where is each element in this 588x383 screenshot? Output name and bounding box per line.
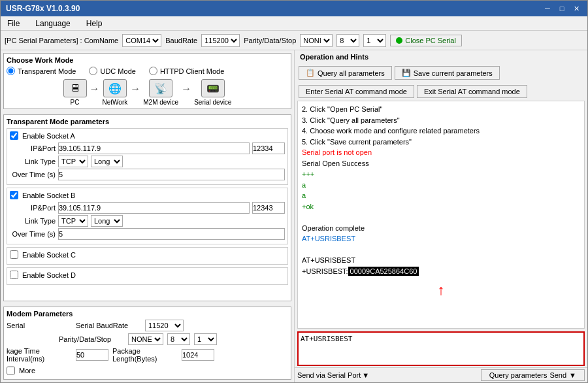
serial-device-icon: 📟 [201, 79, 225, 97]
socket-b-ip-input[interactable] [58, 202, 250, 214]
socket-b-link-label: Link Type [10, 217, 56, 225]
send-chevron-icon: ▼ [569, 371, 576, 379]
modem-parity-select[interactable]: NONE [128, 333, 163, 345]
m2m-icon: 📡 [149, 79, 172, 97]
socket-b-link-mode-select[interactable]: LongShort [91, 215, 123, 227]
send-via-dropdown[interactable]: Send via Serial Port ▼ [297, 371, 369, 379]
save-icon: 💾 [402, 69, 411, 77]
modem-pkg-interval-input[interactable] [76, 349, 108, 361]
network-icon-item: 🌐 NetWork [103, 79, 128, 106]
transparent-mode-radio[interactable]: Transparent Mode [7, 67, 76, 75]
toolbar-label: [PC Serial Parameters] : ComName [5, 37, 118, 44]
close-button[interactable]: ✕ [570, 3, 582, 14]
httpd-mode-radio[interactable]: HTTPD Client Mode [149, 67, 224, 75]
socket-d-enable-checkbox[interactable] [10, 271, 18, 279]
close-serial-button[interactable]: Close PC Serial [390, 35, 462, 46]
parity-select[interactable]: NONI [300, 34, 333, 47]
socket-b-enable-checkbox[interactable] [10, 191, 18, 199]
params-title: Transparent Mode parameters [7, 118, 288, 125]
cmd-footer: Send via Serial Port ▼ Query parameters … [295, 367, 587, 382]
query-parameters-label: Query parameters [489, 371, 547, 379]
log-line-serial-error: Serial port is not open [302, 147, 580, 158]
data-bits-select[interactable]: 8 [336, 34, 359, 47]
usrisbest-value: 00009CA525864C60 [348, 267, 419, 276]
menu-file[interactable]: File [3, 18, 24, 29]
modem-baud-label: Serial BaudRate [76, 322, 141, 329]
window-title: USR-G78x V1.0.3.90 [6, 4, 80, 13]
arrow-2: → [130, 83, 140, 95]
right-panel: Operation and Hints 📋 Query all paramete… [295, 50, 587, 382]
maximize-button[interactable]: □ [556, 3, 568, 14]
mode-icons-row: 🖥 PC → 🌐 NetWork → 📡 M2M device → [7, 79, 288, 106]
modem-baud-select[interactable]: 11520 115200 [145, 320, 184, 331]
menu-language[interactable]: Language [31, 18, 74, 29]
socket-c-enable-checkbox[interactable] [10, 250, 18, 259]
pc-icon: 🖥 [63, 79, 87, 97]
toolbar: [PC Serial Parameters] : ComName COM14 B… [1, 31, 587, 50]
socket-a-link-type-select[interactable]: TCPUDP [58, 156, 88, 167]
socket-a-enable-checkbox[interactable] [10, 131, 18, 140]
arrow-1: → [90, 83, 100, 95]
log-line-ok: +ok [302, 201, 580, 212]
enter-at-button[interactable]: Enter Serial AT command mode [299, 85, 414, 98]
save-current-button[interactable]: 💾 Save current parameters [395, 66, 500, 80]
socket-a-link-label: Link Type [10, 158, 56, 165]
operation-buttons: 📋 Query all parameters 💾 Save current pa… [295, 63, 587, 82]
red-arrow-icon: ↑ [438, 282, 445, 298]
socket-a-link-mode-select[interactable]: LongShort [91, 156, 123, 167]
log-line-serial-success: Serial Open Success [302, 158, 580, 169]
more-checkbox[interactable] [7, 365, 15, 376]
stop-bits-select[interactable]: 1 [363, 34, 386, 47]
send-button[interactable]: Query parameters Send ▼ [481, 369, 585, 381]
network-icon: 🌐 [103, 79, 127, 97]
baud-rate-select[interactable]: 115200 [201, 34, 240, 47]
log-line-4: 5. Click "Save current parameters" [302, 137, 580, 148]
socket-a-ip-input[interactable] [58, 142, 250, 154]
socket-d-group: Enable Socket D [7, 267, 288, 285]
socket-a-overtime-input[interactable] [58, 169, 285, 180]
log-line-1: 2. Click "Open PC Serial" [302, 104, 580, 115]
query-all-button[interactable]: 📋 Query all parameters [299, 66, 392, 80]
log-line-op-complete: Operation complete [302, 223, 580, 234]
exit-at-button[interactable]: Exit Serial AT command mode [417, 85, 527, 98]
transparent-params-section: Transparent Mode parameters Enable Socke… [3, 114, 291, 301]
at-command-buttons: Enter Serial AT command mode Exit Serial… [295, 82, 587, 101]
socket-b-overtime-input[interactable] [58, 228, 285, 240]
cmd-input[interactable]: AT+USRISBEST [301, 335, 581, 361]
clipboard-icon: 📋 [306, 69, 315, 77]
socket-b-link-type-select[interactable]: TCPUDP [58, 215, 88, 227]
socket-b-group: Enable Socket B IP&Port Link Type TCPUDP [7, 188, 288, 244]
log-line-2: 3. Click "Query all parameters" [302, 115, 580, 126]
modem-serial-label: Serial [7, 322, 72, 329]
socket-b-label: Enable Socket B [22, 192, 75, 199]
socket-a-port-input[interactable] [252, 142, 285, 154]
udc-mode-radio[interactable]: UDC Mode [89, 67, 135, 75]
operation-hints-title: Operation and Hints [295, 50, 587, 63]
minimize-button[interactable]: ─ [542, 3, 553, 14]
log-line-a2: a [302, 190, 580, 201]
log-line-a1: a [302, 180, 580, 191]
menu-help[interactable]: Help [82, 18, 106, 29]
menu-bar: File Language Help [1, 16, 587, 31]
modem-pkg-interval-label: kage Time Interval(ms) [7, 347, 72, 363]
more-label: More [19, 367, 84, 375]
baud-label: BaudRate [165, 37, 197, 44]
serial-status-dot [396, 37, 402, 44]
socket-b-ip-label: IP&Port [10, 204, 56, 212]
socket-b-port-input[interactable] [252, 202, 285, 214]
modem-pkg-len-input[interactable] [182, 349, 214, 361]
modem-data-select[interactable]: 8 [167, 333, 190, 345]
log-line-blank2 [302, 244, 580, 256]
parity-label: Parity/Data/Stop [244, 37, 296, 44]
com-name-select[interactable]: COM14 [122, 34, 161, 47]
socket-a-overtime-label: Over Time (s) [10, 171, 56, 178]
socket-c-group: Enable Socket C [7, 247, 288, 265]
pc-icon-item: 🖥 PC [63, 79, 87, 106]
cmd-input-area: AT+USRISBEST [297, 331, 585, 366]
log-line-at-black: AT+USRISBEST [302, 255, 580, 266]
send-via-chevron-icon: ▼ [362, 371, 369, 379]
work-mode-section: Choose Work Mode Transparent Mode UDC Mo… [3, 53, 291, 109]
modem-stop-select[interactable]: 1 [194, 333, 217, 345]
work-mode-radio-group: Transparent Mode UDC Mode HTTPD Client M… [7, 67, 288, 75]
log-line-at-blue: AT+USRISBEST [302, 233, 580, 244]
